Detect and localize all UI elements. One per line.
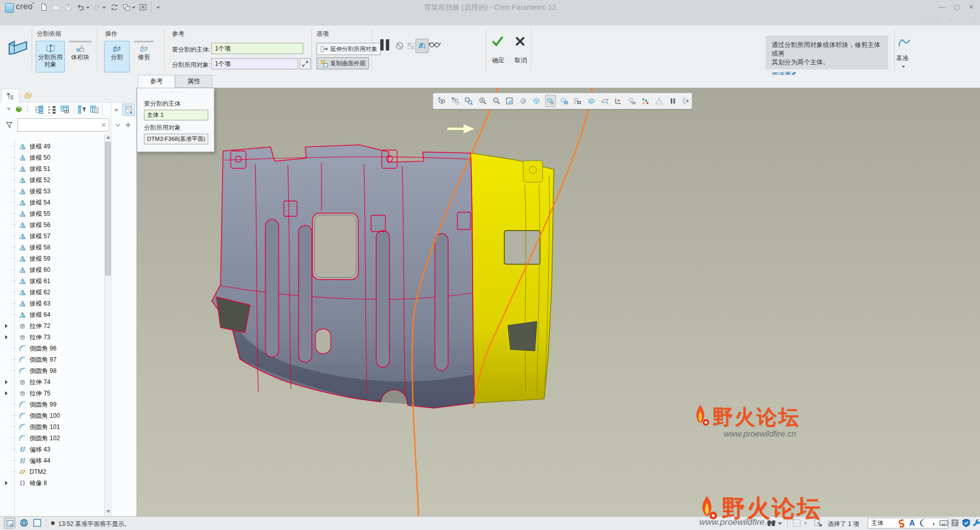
tree-filter-input[interactable] (17, 118, 109, 132)
expand-arrow-icon[interactable] (5, 324, 8, 328)
tree-item[interactable]: 拔模 49 (0, 141, 104, 152)
view-manager-icon[interactable] (559, 95, 570, 107)
full-window-icon[interactable] (33, 518, 42, 527)
expand-arrow-icon[interactable] (5, 380, 8, 384)
clear-filter-icon[interactable] (100, 121, 107, 129)
browser-icon[interactable] (19, 518, 29, 527)
tree-item[interactable]: 拔模 54 (0, 197, 104, 208)
body-to-split-field[interactable]: 1个项 (211, 43, 303, 54)
tree-item[interactable]: 倒圆角 100 (0, 410, 104, 421)
windows-icon[interactable] (122, 3, 131, 11)
tree-item[interactable]: 拉伸 73 (0, 332, 104, 343)
copy-surface-appearance-toggle[interactable]: 复制曲面外观 (316, 57, 369, 69)
tree-splitter[interactable] (111, 102, 111, 516)
expand-arrow-icon[interactable] (5, 391, 8, 395)
close-button[interactable]: ✕ (964, 3, 979, 11)
tree-dropdown-icon[interactable] (6, 107, 11, 111)
help-icon[interactable]: ? (971, 16, 976, 24)
ime-settings-wrench-icon[interactable] (972, 518, 980, 527)
cancel-x-icon[interactable] (514, 36, 526, 47)
datum-dropdown-icon[interactable] (901, 65, 905, 68)
section-icon[interactable] (586, 95, 597, 107)
tree-item[interactable]: 拉伸 74 (0, 376, 104, 388)
ime-fullhalf-moon-icon[interactable] (919, 518, 928, 527)
tree-item[interactable]: 拔模 53 (0, 186, 104, 197)
notifications-icon[interactable] (654, 95, 665, 107)
search-icon[interactable] (932, 16, 940, 24)
split-object-button[interactable]: 分割所用对象 (36, 41, 65, 72)
filter-dropdown-icon[interactable] (115, 123, 120, 127)
regenerate-icon[interactable] (110, 3, 118, 11)
tree-scrollbar[interactable] (104, 134, 111, 516)
verify-glasses-icon[interactable] (429, 41, 441, 48)
ime-keyboard-icon[interactable] (939, 518, 948, 527)
tree-item[interactable]: 拔模 57 (0, 231, 104, 242)
tree-item[interactable]: 拔模 52 (0, 174, 104, 186)
tree-item[interactable]: 倒圆角 102 (0, 433, 104, 444)
tree-item[interactable]: 拔模 51 (0, 163, 104, 174)
tree-item[interactable]: 拔模 63 (0, 298, 104, 309)
toolbar-overflow-chevrons[interactable]: » (114, 106, 118, 113)
pause-feature-icon[interactable] (379, 38, 391, 52)
tree-item[interactable]: 拉伸 72 (0, 320, 104, 332)
tree-item[interactable]: 倒圆角 97 (0, 354, 104, 365)
capture-icon[interactable] (572, 95, 583, 107)
tree-item[interactable]: 拔模 56 (0, 219, 104, 231)
close-window-icon[interactable] (139, 3, 147, 11)
simulation-display-icon[interactable] (640, 95, 651, 107)
learning-center-icon[interactable] (946, 16, 955, 24)
tree-item[interactable]: 偏移 43 (0, 444, 104, 455)
tree-item[interactable]: 拉伸 75 (0, 388, 104, 399)
tab-references[interactable]: 参考 (138, 75, 175, 88)
tree-item[interactable]: DTM2 (0, 466, 104, 477)
redo-dropdown-icon[interactable] (102, 6, 106, 9)
saved-orientations-icon[interactable] (545, 95, 556, 107)
open-file-icon[interactable] (52, 3, 60, 11)
new-file-icon[interactable] (40, 3, 48, 11)
model-3d-view[interactable] (137, 88, 980, 516)
tree-item[interactable]: 拔模 55 (0, 208, 104, 219)
datum-display-icon[interactable] (600, 95, 610, 107)
undo-icon[interactable] (77, 3, 85, 11)
zoom-region-icon[interactable] (463, 95, 474, 107)
tree-item[interactable]: 倒圆角 98 (0, 365, 104, 376)
datum-group-label[interactable]: 基准 (896, 54, 909, 63)
windows-dropdown-icon[interactable] (132, 6, 136, 9)
tree-item[interactable]: 拔模 62 (0, 287, 104, 298)
undo-dropdown-icon[interactable] (86, 6, 90, 9)
zoom-out-icon[interactable] (491, 95, 502, 107)
tree-item[interactable]: 拔模 64 (0, 309, 104, 320)
navigator-toggle-button[interactable] (4, 518, 15, 528)
save-icon[interactable] (64, 3, 72, 11)
minimize-button[interactable]: — (934, 3, 949, 11)
ime-mode-icon[interactable]: A (908, 518, 917, 527)
tree-options-button[interactable] (122, 104, 135, 116)
maximize-button[interactable]: ▢ (949, 3, 965, 11)
refit-icon[interactable] (504, 95, 515, 107)
annotation-display-icon[interactable] (627, 95, 638, 107)
shading-icon[interactable] (518, 95, 529, 107)
split-object-field[interactable]: 1个项 (211, 58, 298, 69)
redo-icon[interactable] (93, 3, 101, 11)
expand-arrow-icon[interactable] (5, 335, 8, 339)
csys-display-icon[interactable] (613, 95, 624, 107)
tree-item[interactable]: 拔模 50 (0, 152, 104, 163)
ime-sogou-icon[interactable] (896, 518, 905, 527)
tree-item[interactable]: 拔模 59 (0, 253, 104, 264)
zoom-in-icon[interactable] (477, 95, 488, 107)
ime-shield-icon[interactable] (962, 518, 971, 527)
attached-preview-toggle[interactable] (415, 39, 429, 53)
hidden-items-eye-icon[interactable] (450, 95, 461, 107)
ok-button-label[interactable]: 确定 (486, 56, 510, 65)
collector-detach-button[interactable] (300, 58, 311, 69)
scroll-down-arrow[interactable] (106, 510, 110, 513)
volume-block-button[interactable]: 体积块 (66, 41, 94, 72)
display-style-icon[interactable] (531, 95, 542, 107)
tree-item[interactable]: 拔模 60 (0, 264, 104, 275)
tree-item[interactable]: 镜像 8 (0, 477, 104, 489)
scroll-up-arrow[interactable] (106, 136, 110, 139)
tree-item[interactable]: 拔模 61 (0, 275, 104, 287)
tree-item[interactable]: 倒圆角 101 (0, 421, 104, 433)
pause-icon[interactable] (668, 95, 678, 107)
tree-filter-icon[interactable] (78, 105, 87, 114)
